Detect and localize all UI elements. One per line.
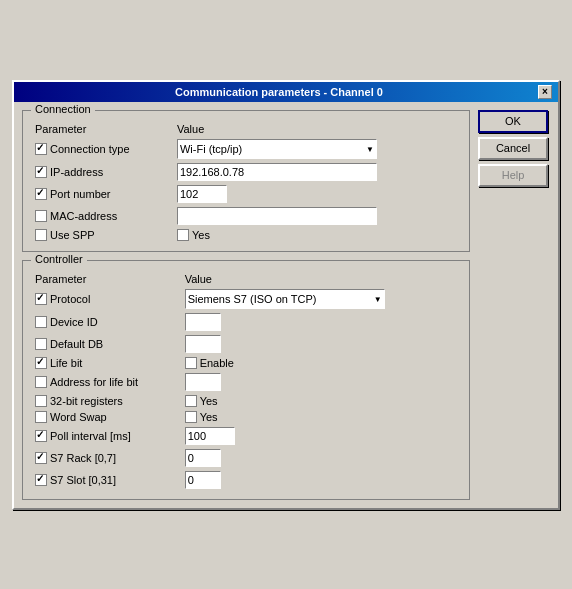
connection-group: Connection Parameter Value Connection ty… (22, 110, 470, 252)
checkbox-default-db[interactable] (35, 338, 47, 350)
checkbox-32bit-registers[interactable] (35, 395, 47, 407)
checkbox-poll-interval[interactable] (35, 430, 47, 442)
inline-label-word-swap: Yes (200, 411, 218, 423)
label-device-id: Device ID (50, 316, 98, 328)
table-row: Default DB (31, 333, 461, 355)
input-device-id[interactable] (185, 313, 221, 331)
checkbox-protocol[interactable] (35, 293, 47, 305)
dialog: Communication parameters - Channel 0 × C… (12, 80, 560, 510)
cancel-button[interactable]: Cancel (478, 137, 548, 160)
label-s7-slot: S7 Slot [0,31] (50, 474, 116, 486)
checkbox-s7-rack[interactable] (35, 452, 47, 464)
table-row: S7 Slot [0,31] (31, 469, 461, 491)
inline-check-use-spp[interactable] (177, 229, 189, 241)
inline-label-32bit-registers: Yes (200, 395, 218, 407)
input-default-db[interactable] (185, 335, 221, 353)
connection-params-table: Parameter Value Connection typeWi-Fi (tc… (31, 121, 461, 243)
table-row: Use SPPYes (31, 227, 461, 243)
table-row: IP-address (31, 161, 461, 183)
checkbox-connection-type[interactable] (35, 143, 47, 155)
label-protocol: Protocol (50, 293, 90, 305)
label-s7-rack: S7 Rack [0,7] (50, 452, 116, 464)
input-address-for-life-bit[interactable] (185, 373, 221, 391)
dialog-title: Communication parameters - Channel 0 (20, 86, 538, 98)
table-row: Device ID (31, 311, 461, 333)
label-mac-address: MAC-address (50, 210, 117, 222)
left-panel: Connection Parameter Value Connection ty… (22, 110, 470, 500)
connection-value-header: Value (173, 121, 461, 137)
select-connection-type[interactable]: Wi-Fi (tcp/ip)TCP/IPSerial (177, 139, 377, 159)
table-row: Life bitEnable (31, 355, 461, 371)
label-32bit-registers: 32-bit registers (50, 395, 123, 407)
title-bar: Communication parameters - Channel 0 × (14, 82, 558, 102)
table-row: S7 Rack [0,7] (31, 447, 461, 469)
controller-group: Controller Parameter Value ProtocolSieme… (22, 260, 470, 500)
table-row: Word SwapYes (31, 409, 461, 425)
input-s7-rack[interactable] (185, 449, 221, 467)
controller-value-header: Value (181, 271, 461, 287)
label-address-for-life-bit: Address for life bit (50, 376, 138, 388)
inline-label-use-spp: Yes (192, 229, 210, 241)
table-row: Poll interval [ms] (31, 425, 461, 447)
ok-button[interactable]: OK (478, 110, 548, 133)
checkbox-use-spp[interactable] (35, 229, 47, 241)
checkbox-port-number[interactable] (35, 188, 47, 200)
label-default-db: Default DB (50, 338, 103, 350)
input-port-number[interactable] (177, 185, 227, 203)
controller-params-table: Parameter Value ProtocolSiemens S7 (ISO … (31, 271, 461, 491)
checkbox-life-bit[interactable] (35, 357, 47, 369)
label-use-spp: Use SPP (50, 229, 95, 241)
label-ip-address: IP-address (50, 166, 103, 178)
checkbox-ip-address[interactable] (35, 166, 47, 178)
inline-check-32bit-registers[interactable] (185, 395, 197, 407)
label-connection-type: Connection type (50, 143, 130, 155)
checkbox-device-id[interactable] (35, 316, 47, 328)
close-button[interactable]: × (538, 85, 552, 99)
table-row: MAC-address (31, 205, 461, 227)
label-word-swap: Word Swap (50, 411, 107, 423)
table-row: Address for life bit (31, 371, 461, 393)
table-row: ProtocolSiemens S7 (ISO on TCP)Modbus TC… (31, 287, 461, 311)
label-poll-interval: Poll interval [ms] (50, 430, 131, 442)
checkbox-address-for-life-bit[interactable] (35, 376, 47, 388)
checkbox-s7-slot[interactable] (35, 474, 47, 486)
table-row: Port number (31, 183, 461, 205)
input-ip-address[interactable] (177, 163, 377, 181)
input-poll-interval[interactable] (185, 427, 235, 445)
table-row: 32-bit registersYes (31, 393, 461, 409)
label-port-number: Port number (50, 188, 111, 200)
input-mac-address[interactable] (177, 207, 377, 225)
controller-group-label: Controller (31, 253, 87, 265)
connection-group-label: Connection (31, 103, 95, 115)
input-s7-slot[interactable] (185, 471, 221, 489)
inline-check-word-swap[interactable] (185, 411, 197, 423)
label-life-bit: Life bit (50, 357, 82, 369)
dialog-body: Connection Parameter Value Connection ty… (14, 102, 558, 508)
controller-param-header: Parameter (31, 271, 181, 287)
inline-check-life-bit[interactable] (185, 357, 197, 369)
right-panel: OK Cancel Help (478, 110, 550, 500)
connection-param-header: Parameter (31, 121, 173, 137)
help-button[interactable]: Help (478, 164, 548, 187)
checkbox-word-swap[interactable] (35, 411, 47, 423)
checkbox-mac-address[interactable] (35, 210, 47, 222)
inline-label-life-bit: Enable (200, 357, 234, 369)
table-row: Connection typeWi-Fi (tcp/ip)TCP/IPSeria… (31, 137, 461, 161)
select-protocol[interactable]: Siemens S7 (ISO on TCP)Modbus TCPOther (185, 289, 385, 309)
